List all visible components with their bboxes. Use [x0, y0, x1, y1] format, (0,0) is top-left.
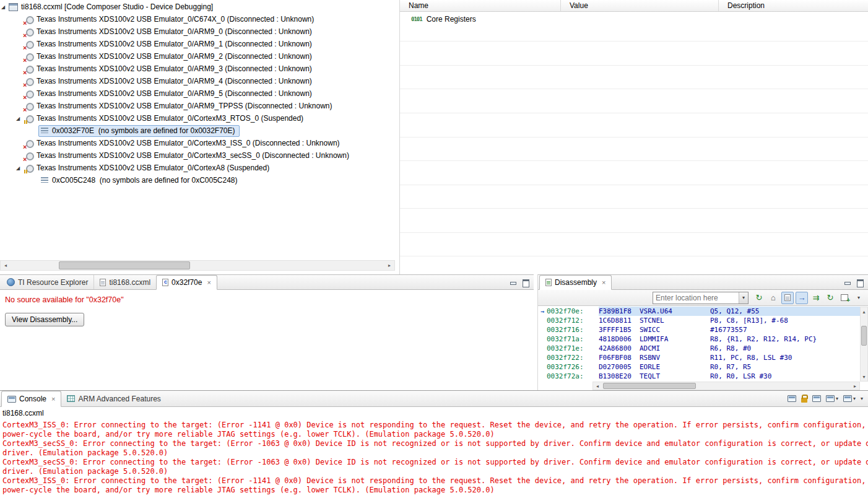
scroll-up-icon[interactable]: ▴ — [861, 307, 867, 316]
minimize-icon[interactable] — [843, 279, 851, 286]
frame-box[interactable]: 0xC005C248 (no symbols are defined for 0… — [38, 175, 242, 186]
disassembly-vscrollbar[interactable]: ▴ ▾ — [860, 307, 868, 382]
maximize-icon[interactable] — [521, 279, 529, 286]
operands: R11, PC, R8, LSL #30 — [710, 353, 860, 362]
console-view: Console × ARM Advanced Features ▾ ▾ — [0, 390, 868, 498]
register-group-row[interactable]: 0101 Core Registers — [400, 13, 868, 25]
stack-frame-selected[interactable]: 0x0032F70E (no symbols are defined for 0… — [0, 124, 395, 137]
debug-core-arm9-0[interactable]: Texas Instruments XDS100v2 USB Emulator_… — [0, 25, 395, 38]
disassembly-view: Disassembly × ▾ ↻ ⌂ → ⇉ ↻ ▾ → — [537, 274, 868, 390]
selected-frame-box[interactable]: 0x0032F70E (no symbols are defined for 0… — [38, 125, 240, 137]
debug-tree-hscrollbar[interactable]: ◂ ▸ — [0, 260, 395, 271]
expand-toggle-icon[interactable]: ◢ — [1, 4, 9, 10]
scrollbar-track[interactable] — [861, 316, 867, 372]
pin-console-icon[interactable] — [788, 395, 796, 402]
tab-disassembly[interactable]: Disassembly × — [539, 275, 612, 290]
operands: R6, R8, #0 — [710, 344, 860, 353]
minimize-icon[interactable] — [509, 279, 517, 286]
clear-console-icon[interactable] — [812, 395, 821, 402]
disassembly-row[interactable]: 0032f716: 3FFFF1B5SWICC#16773557 — [538, 325, 860, 334]
refresh-view-icon[interactable]: ↻ — [824, 292, 836, 304]
new-disassembly-view-icon[interactable] — [838, 292, 851, 304]
debug-core-arm9-1[interactable]: Texas Instruments XDS100v2 USB Emulator_… — [0, 38, 395, 50]
view-menu-icon[interactable]: ▾ — [861, 396, 863, 401]
mnemonic: RSBNV — [640, 353, 710, 362]
disassembly-row-current[interactable]: → 0032f70e: F389B1F8VSRA.U64Q5, Q12, #55 — [538, 307, 860, 316]
track-pc-toggle-icon[interactable]: → — [796, 292, 808, 304]
debug-core-c674x[interactable]: Texas Instruments XDS100v2 USB Emulator_… — [0, 13, 395, 25]
refresh-icon[interactable]: ↻ — [753, 292, 765, 304]
opcode: F06FBF08 — [599, 353, 640, 362]
tab-ccxml-file[interactable]: ti8168.ccxml — [93, 275, 156, 289]
disassembly-listing[interactable]: → 0032f70e: F389B1F8VSRA.U64Q5, Q12, #55… — [538, 307, 860, 382]
tab-0x32f70e[interactable]: 0x32f70e × — [156, 275, 217, 290]
scroll-lock-icon[interactable] — [801, 398, 807, 403]
opcode: 4818D006 — [599, 334, 640, 344]
close-tab-icon[interactable]: × — [51, 396, 55, 402]
close-tab-icon[interactable]: × — [207, 279, 210, 286]
tab-ti-resource-explorer[interactable]: TI Resource Explorer — [1, 275, 93, 289]
home-icon[interactable]: ⌂ — [767, 292, 779, 304]
instruction-pointer-icon: → — [538, 307, 547, 316]
debug-session-root[interactable]: ◢ ti8168.ccxml [Code Composer Studio - D… — [0, 1, 395, 13]
disassembly-row[interactable]: 0032f71a: 4818D006LDMMIFAR8, {R1, R2, R1… — [538, 334, 860, 344]
column-header-name[interactable]: Name — [400, 0, 561, 11]
disassembly-row[interactable]: 0032f726: D0270005EORLER0, R7, R5 — [538, 362, 860, 372]
disassembly-hscrollbar[interactable]: ◂ ▸ — [592, 382, 860, 390]
view-menu-icon[interactable]: ▾ — [853, 292, 865, 304]
debug-view: ◢ ti8168.ccxml [Code Composer Studio - D… — [0, 0, 395, 271]
maximize-icon[interactable] — [856, 279, 864, 286]
debug-target-icon — [9, 3, 18, 11]
combo-dropdown-icon[interactable]: ▾ — [739, 292, 748, 304]
step-arrows-icon[interactable]: ⇉ — [810, 292, 822, 304]
expand-toggle-icon[interactable]: ◢ — [16, 165, 24, 171]
scroll-down-icon[interactable]: ▾ — [861, 372, 867, 381]
core-disconnected-icon — [24, 64, 33, 74]
console-tabbar: Console × ARM Advanced Features ▾ ▾ — [0, 391, 868, 407]
disassembly-row[interactable]: 0032f72a: B1308E20TEQLTR0, R0, LSR #30 — [538, 372, 860, 381]
close-tab-icon[interactable]: × — [602, 279, 605, 286]
open-console-button[interactable]: ▾ — [843, 395, 856, 402]
scrollbar-track[interactable] — [602, 382, 851, 390]
debug-core-arm9-2[interactable]: Texas Instruments XDS100v2 USB Emulator_… — [0, 50, 395, 63]
disassembly-row[interactable]: 0032f712: 1C6D8811STCNELP8, C8, [R13], #… — [538, 316, 860, 325]
console-error-line: CortexM3_secSS_0: Error connecting to th… — [2, 439, 866, 448]
scroll-right-icon[interactable]: ▸ — [851, 382, 859, 390]
scrollbar-track[interactable] — [11, 261, 384, 270]
debug-core-cortexm3-iss[interactable]: Texas Instruments XDS100v2 USB Emulator_… — [0, 137, 395, 149]
debug-core-arm9-4[interactable]: Texas Instruments XDS100v2 USB Emulator_… — [0, 75, 395, 87]
disassembly-row[interactable]: 0032f722: F06FBF08RSBNVR11, PC, R8, LSL … — [538, 353, 860, 362]
tree-item-label: Texas Instruments XDS100v2 USB Emulator_… — [37, 64, 312, 73]
view-disassembly-button[interactable]: View Disassembly... — [5, 313, 84, 326]
tree-item-label: Texas Instruments XDS100v2 USB Emulator_… — [37, 27, 312, 36]
console-output[interactable]: ti8168.ccxml CortexM3_ISS_0: Error conne… — [0, 407, 868, 498]
tree-item-label: Texas Instruments XDS100v2 USB Emulator_… — [37, 15, 314, 24]
scroll-right-icon[interactable]: ▸ — [384, 261, 394, 270]
debug-core-arm9-3[interactable]: Texas Instruments XDS100v2 USB Emulator_… — [0, 63, 395, 75]
debug-core-cortexm3-rtos[interactable]: ◢ Texas Instruments XDS100v2 USB Emulato… — [0, 112, 395, 124]
scrollbar-thumb[interactable] — [603, 383, 696, 389]
operands: #16773557 — [710, 325, 860, 334]
disassembly-row[interactable]: 0032f71e: 42A86800ADCMIR6, R8, #0 — [538, 344, 860, 353]
debug-core-arm9-5[interactable]: Texas Instruments XDS100v2 USB Emulator_… — [0, 87, 395, 100]
tab-arm-advanced-features[interactable]: ARM Advanced Features — [61, 391, 166, 406]
debug-core-cortexm3-secss[interactable]: Texas Instruments XDS100v2 USB Emulator_… — [0, 149, 395, 162]
debug-core-arm9-tppss[interactable]: Texas Instruments XDS100v2 USB Emulator_… — [0, 100, 395, 112]
scrollbar-thumb[interactable] — [59, 261, 190, 269]
show-source-toggle-icon[interactable] — [781, 292, 794, 304]
scroll-left-icon[interactable]: ◂ — [593, 382, 602, 390]
stack-frame[interactable]: 0xC005C248 (no symbols are defined for 0… — [0, 174, 395, 186]
scrollbar-thumb[interactable] — [861, 326, 867, 346]
gutter — [538, 344, 547, 353]
location-combo[interactable]: ▾ — [653, 292, 749, 304]
expand-toggle-icon[interactable]: ◢ — [16, 116, 24, 121]
column-header-description[interactable]: Description — [719, 0, 868, 11]
debug-core-cortexa8[interactable]: ◢ Texas Instruments XDS100v2 USB Emulato… — [0, 162, 395, 174]
display-selected-console-button[interactable]: ▾ — [826, 395, 838, 402]
debug-tree: ◢ ti8168.ccxml [Code Composer Studio - D… — [0, 0, 395, 260]
column-header-value[interactable]: Value — [561, 0, 719, 11]
mnemonic: EORLE — [640, 362, 710, 372]
location-input[interactable] — [653, 292, 739, 304]
scroll-left-icon[interactable]: ◂ — [1, 261, 11, 270]
tab-console[interactable]: Console × — [1, 391, 61, 407]
